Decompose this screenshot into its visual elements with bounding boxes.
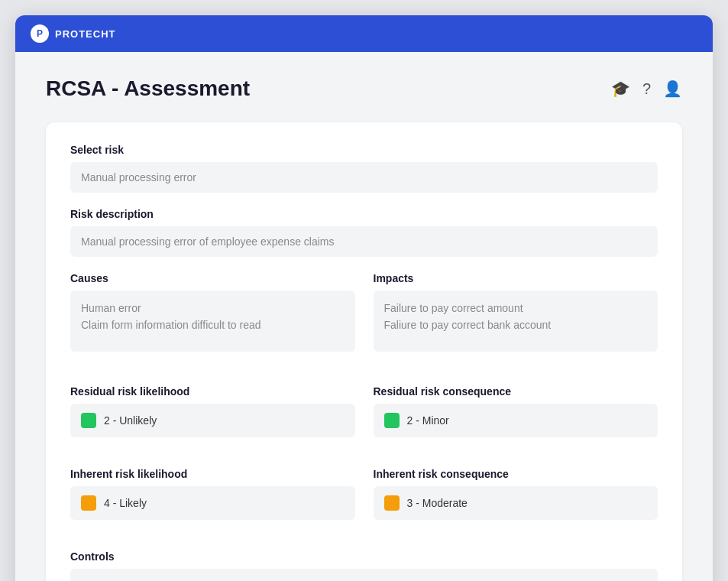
residual-likelihood-value: 2 - Unlikely xyxy=(104,414,157,427)
select-risk-label: Select risk xyxy=(70,144,658,156)
inherent-consequence-value: 3 - Moderate xyxy=(407,497,468,509)
residual-consequence-badge: 2 - Minor xyxy=(374,404,658,437)
inherent-likelihood-dot xyxy=(81,495,96,511)
logo-area: P PROTECHT xyxy=(31,24,116,43)
graduation-icon[interactable]: 🎓 xyxy=(611,80,630,98)
logo-text: PROTECHT xyxy=(55,28,116,40)
residual-consequence-value: 2 - Minor xyxy=(407,414,449,427)
inherent-consequence-field: Inherent risk consequence 3 - Moderate xyxy=(374,468,658,520)
causes-label: Causes xyxy=(70,272,355,284)
page-container: RCSA - Assessment 🎓 ? 👤 Select risk Risk… xyxy=(15,52,713,581)
residual-consequence-label: Residual risk consequence xyxy=(374,385,658,398)
causes-impacts-section: Causes Human error Claim form informatio… xyxy=(70,272,658,370)
logo-icon: P xyxy=(31,24,49,43)
residual-consequence-field: Residual risk consequence 2 - Minor xyxy=(374,385,658,437)
select-risk-field: Select risk xyxy=(70,144,658,193)
risk-description-field: Risk description xyxy=(70,208,658,257)
inherent-consequence-badge: 3 - Moderate xyxy=(374,486,658,520)
residual-likelihood-badge: 2 - Unlikely xyxy=(70,404,355,437)
causes-field: Causes Human error Claim form informatio… xyxy=(70,272,355,355)
user-icon[interactable]: 👤 xyxy=(663,80,682,98)
risk-description-input[interactable] xyxy=(70,226,658,257)
inherent-likelihood-value: 4 - Likely xyxy=(104,497,147,509)
residual-likelihood-dot xyxy=(81,413,96,428)
top-bar: P PROTECHT xyxy=(15,15,713,52)
inherent-risk-section: Inherent risk likelihood 4 - Likely Inhe… xyxy=(70,468,658,535)
header-icons: 🎓 ? 👤 xyxy=(611,80,682,98)
inherent-consequence-label: Inherent risk consequence xyxy=(374,468,658,480)
form-card: Select risk Risk description Causes Huma… xyxy=(46,122,682,581)
page-title: RCSA - Assessment xyxy=(46,76,250,101)
causes-textarea[interactable]: Human error Claim form information diffi… xyxy=(70,290,355,352)
inherent-consequence-dot xyxy=(384,495,400,511)
residual-likelihood-label: Residual risk likelihood xyxy=(70,385,355,398)
select-risk-input[interactable] xyxy=(70,162,658,193)
impacts-textarea[interactable]: Failure to pay correct amount Faliure to… xyxy=(374,290,658,352)
impacts-label: Impacts xyxy=(374,272,658,284)
help-icon[interactable]: ? xyxy=(642,80,651,98)
residual-likelihood-field: Residual risk likelihood 2 - Unlikely xyxy=(70,385,355,437)
impacts-field: Impacts Failure to pay correct amount Fa… xyxy=(374,272,658,355)
controls-field: Controls Reconciliation Review and autho… xyxy=(70,550,658,581)
inherent-likelihood-field: Inherent risk likelihood 4 - Likely xyxy=(70,468,355,520)
controls-label: Controls xyxy=(70,550,658,563)
inherent-likelihood-badge: 4 - Likely xyxy=(70,486,355,520)
inherent-likelihood-label: Inherent risk likelihood xyxy=(70,468,355,480)
residual-risk-section: Residual risk likelihood 2 - Unlikely Re… xyxy=(70,385,658,453)
residual-consequence-dot xyxy=(384,413,400,428)
controls-textarea[interactable]: Reconciliation Review and authorize xyxy=(70,569,658,581)
risk-description-label: Risk description xyxy=(70,208,658,220)
page-header: RCSA - Assessment 🎓 ? 👤 xyxy=(46,76,682,101)
app-window: P PROTECHT RCSA - Assessment 🎓 ? 👤 Selec… xyxy=(15,15,713,581)
